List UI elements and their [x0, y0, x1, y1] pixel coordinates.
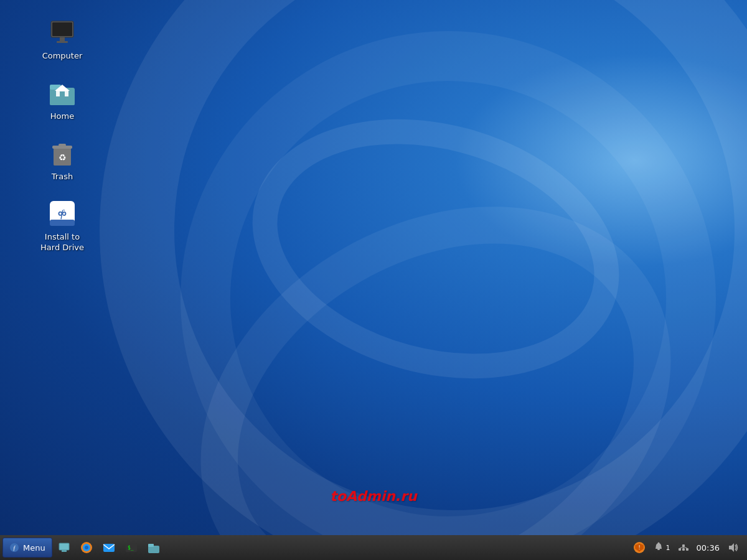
svg-line-43 [684, 547, 687, 548]
svg-line-41 [680, 547, 684, 548]
svg-point-36 [657, 543, 659, 544]
install-icon-image: ∞ ƒ [47, 198, 77, 228]
svg-rect-39 [682, 548, 685, 551]
trash-label: Trash [52, 172, 73, 182]
firefox-icon [80, 541, 93, 554]
tray-notifications[interactable]: 1 [651, 538, 673, 558]
trash-icon-image: ♻ [47, 138, 77, 168]
watermark: toAdmin.ru [330, 488, 416, 504]
svg-rect-23 [62, 550, 67, 552]
terminal-icon: $_ [125, 541, 138, 554]
taskbar: ƒ Menu $_ [0, 535, 747, 560]
svg-rect-2 [60, 37, 65, 41]
svg-text:♻: ♻ [59, 152, 67, 162]
bell-icon [653, 542, 664, 553]
home-label: Home [50, 111, 74, 122]
svg-rect-22 [59, 543, 69, 550]
shield-icon: ! [633, 541, 646, 554]
svg-rect-38 [679, 548, 681, 551]
computer-icon[interactable]: Computer [31, 12, 93, 67]
network-icon [678, 542, 689, 553]
computer-label: Computer [42, 51, 83, 62]
svg-rect-37 [682, 544, 685, 547]
desktop: Computer Home [0, 0, 747, 535]
show-desktop-button[interactable] [54, 538, 75, 558]
trash-icon[interactable]: ♻ Trash [31, 133, 93, 187]
svg-rect-35 [657, 549, 660, 550]
home-icon[interactable]: Home [31, 73, 93, 127]
fedora-icon: ƒ [9, 543, 19, 553]
menu-label: Menu [23, 543, 45, 553]
tray-volume[interactable] [725, 538, 741, 558]
svg-rect-1 [52, 22, 72, 36]
mail-icon [102, 541, 116, 554]
svg-point-26 [85, 546, 88, 549]
svg-text:$_: $_ [128, 545, 134, 551]
svg-rect-3 [57, 41, 68, 43]
install-icon[interactable]: ∞ ƒ Install to Hard Drive [31, 194, 93, 258]
svg-text:ƒ: ƒ [13, 544, 16, 551]
home-icon-image [47, 78, 77, 108]
svg-marker-44 [729, 543, 734, 552]
notification-count: 1 [666, 544, 670, 552]
firefox-button[interactable] [76, 538, 97, 558]
menu-button[interactable]: ƒ Menu [2, 538, 52, 558]
filemanager-button[interactable] [143, 538, 164, 558]
terminal-button[interactable]: $_ [121, 538, 142, 558]
computer-icon-image [47, 17, 77, 47]
folder-icon [147, 541, 161, 554]
desktop-icon [58, 541, 70, 554]
svg-rect-8 [60, 91, 65, 96]
desktop-icons: Computer Home [31, 12, 93, 258]
svg-text:!: ! [638, 545, 640, 551]
svg-rect-16 [50, 220, 75, 226]
clock-time: 00:36 [697, 543, 720, 553]
mail-button[interactable] [98, 538, 120, 558]
svg-rect-40 [686, 548, 688, 551]
svg-rect-27 [103, 544, 115, 552]
svg-rect-13 [59, 144, 66, 146]
volume-icon [727, 542, 738, 553]
install-label: Install to Hard Drive [36, 232, 88, 253]
svg-rect-31 [148, 544, 154, 547]
tray-antivirus[interactable]: ! [631, 538, 648, 558]
svg-text:ƒ: ƒ [60, 208, 65, 220]
system-tray: ! 1 00:36 [631, 538, 745, 558]
tray-network[interactable] [675, 538, 692, 558]
tray-clock[interactable]: 00:36 [694, 538, 722, 558]
